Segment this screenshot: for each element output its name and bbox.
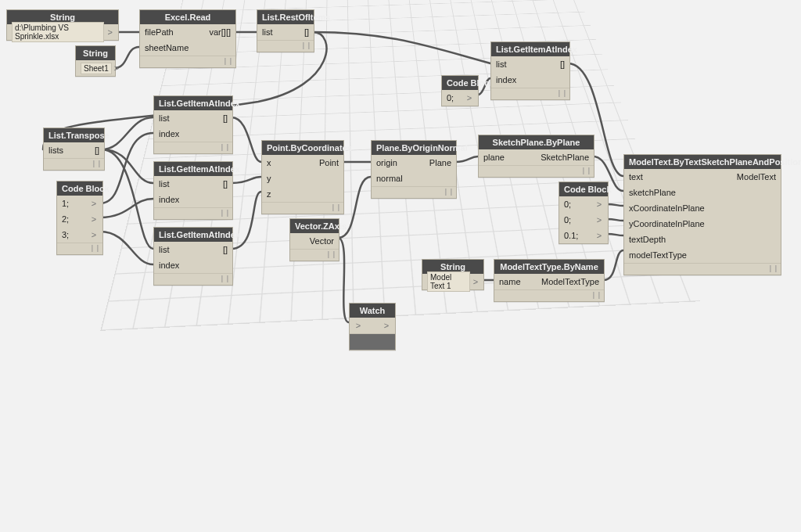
input-port[interactable]: origin	[376, 158, 397, 167]
node-string-sheet[interactable]: String Sheet1 >	[75, 45, 116, 77]
node-rest-of-items[interactable]: List.RestOfItems list[] | |	[257, 9, 314, 52]
code-line[interactable]: 3;	[62, 230, 69, 239]
input-port[interactable]: sketchPlane	[629, 188, 676, 197]
output-port[interactable]: []	[272, 27, 309, 37]
input-port[interactable]: filePath	[145, 27, 174, 37]
lacing-icon: | |	[221, 275, 229, 282]
output-port[interactable]: >	[90, 230, 98, 239]
node-vector-zaxis[interactable]: Vector.ZAxis Vector | |	[289, 218, 339, 261]
graph-canvas[interactable]: String d:\Plumbing VS Sprinkle.xlsx > St…	[0, 0, 801, 532]
code-line[interactable]: 0;	[564, 215, 571, 225]
code-line[interactable]: 0;	[447, 93, 454, 102]
output-port[interactable]: []	[169, 179, 228, 189]
output-port[interactable]: Point	[271, 158, 339, 167]
input-port[interactable]: yCoordinateInPlane	[629, 219, 705, 228]
input-port[interactable]: index	[496, 75, 516, 84]
string-value[interactable]: d:\Plumbing VS Sprinkle.xlsx	[12, 22, 104, 42]
lacing-icon: | |	[92, 244, 99, 252]
node-code-block-0[interactable]: Code Block 0;>	[441, 75, 479, 106]
input-port[interactable]: text	[629, 172, 643, 182]
lacing-icon: | |	[770, 264, 778, 272]
output-port[interactable]: >	[595, 231, 603, 240]
lacing-icon: | |	[221, 209, 229, 217]
node-title: Point.ByCoordinates	[262, 141, 343, 155]
output-port[interactable]: >	[106, 27, 113, 37]
node-title: ModelText.ByTextSketchPlaneAndPosition	[624, 155, 781, 169]
input-port[interactable]: list	[159, 245, 169, 254]
input-port[interactable]: index	[159, 261, 179, 270]
node-watch[interactable]: Watch > >	[349, 303, 396, 350]
node-point-by-coordinates[interactable]: Point.ByCoordinates xPoint y z | |	[261, 140, 344, 214]
node-modeltexttype-byname[interactable]: ModelTextType.ByName nameModelTextType |…	[494, 259, 605, 302]
output-port[interactable]: ModelText	[643, 172, 776, 182]
code-line[interactable]: 1;	[62, 199, 69, 208]
node-title: List.RestOfItems	[257, 10, 314, 24]
input-port[interactable]: textDepth	[629, 235, 666, 244]
output-port[interactable]: Plane	[397, 158, 451, 167]
input-port[interactable]: y	[267, 174, 271, 183]
input-port[interactable]: >	[354, 321, 362, 330]
output-port[interactable]: >	[595, 200, 603, 209]
node-get-item-b[interactable]: List.GetItemAtIndex list[] index | |	[153, 161, 233, 220]
input-port[interactable]: sheetName	[145, 43, 189, 52]
output-port[interactable]: >	[472, 277, 479, 286]
node-code-block-123[interactable]: Code Block 1;> 2;> 3;> | |	[56, 181, 103, 255]
node-modeltext-create[interactable]: ModelText.ByTextSketchPlaneAndPosition t…	[623, 154, 781, 275]
node-get-item-d[interactable]: List.GetItemAtIndex list[] index | |	[490, 41, 570, 100]
input-port[interactable]: index	[159, 195, 179, 204]
input-port[interactable]: xCoordinateInPlane	[629, 203, 705, 213]
node-transpose[interactable]: List.Transpose lists[] | |	[43, 128, 105, 171]
lacing-icon: | |	[93, 160, 101, 167]
lacing-icon: | |	[332, 203, 340, 211]
input-port[interactable]: lists	[48, 146, 63, 155]
code-line[interactable]: 0;	[564, 200, 571, 209]
input-port[interactable]: index	[159, 129, 179, 138]
output-port[interactable]: var[][]	[174, 27, 231, 37]
output-port[interactable]: []	[169, 113, 228, 123]
node-get-item-a[interactable]: List.GetItemAtIndex list[] index | |	[153, 95, 233, 154]
code-line[interactable]: 0.1;	[564, 231, 578, 240]
lacing-icon: | |	[221, 143, 229, 151]
output-port[interactable]: []	[63, 146, 99, 155]
node-get-item-c[interactable]: List.GetItemAtIndex list[] index | |	[153, 227, 233, 286]
node-sketchplane-by-plane[interactable]: SketchPlane.ByPlane planeSketchPlane | |	[478, 135, 594, 178]
input-port[interactable]: normal	[376, 174, 403, 183]
node-code-block-coords[interactable]: Code Block 0;> 0;> 0.1;>	[559, 182, 609, 244]
lacing-icon: | |	[224, 57, 232, 65]
input-port[interactable]: z	[267, 189, 271, 199]
node-title: List.GetItemAtIndex	[491, 42, 569, 56]
string-value[interactable]: Sheet1	[81, 63, 112, 74]
output-port[interactable]: >	[595, 215, 603, 225]
output-port[interactable]: >	[90, 199, 98, 208]
output-port[interactable]: >	[114, 63, 119, 73]
node-title: String	[76, 46, 115, 60]
input-port[interactable]: list	[496, 59, 506, 69]
node-title: List.GetItemAtIndex	[154, 162, 232, 176]
string-value[interactable]: Model Text 1	[427, 271, 470, 292]
node-title: List.GetItemAtIndex	[154, 228, 232, 242]
input-port[interactable]: plane	[483, 153, 505, 162]
output-port[interactable]: []	[169, 245, 228, 254]
input-port[interactable]: list	[159, 113, 169, 123]
node-title: Plane.ByOriginNormal	[372, 141, 456, 155]
input-port[interactable]: list	[262, 27, 272, 37]
input-port[interactable]: list	[159, 179, 169, 189]
output-port[interactable]: >	[90, 214, 98, 224]
node-title: Vector.ZAxis	[290, 219, 339, 233]
lacing-icon: | |	[583, 167, 591, 174]
code-line[interactable]: 2;	[62, 214, 69, 224]
output-port[interactable]: >	[383, 321, 390, 330]
node-string-modeltext[interactable]: String Model Text 1 >	[422, 259, 484, 290]
output-port[interactable]: Vector	[295, 236, 334, 246]
input-port[interactable]: name	[499, 277, 521, 286]
input-port[interactable]: modelTextType	[629, 250, 687, 260]
lacing-icon: | |	[328, 250, 336, 258]
node-plane-by-origin-normal[interactable]: Plane.ByOriginNormal originPlane normal …	[371, 140, 457, 199]
output-port[interactable]: ModelTextType	[521, 277, 599, 286]
output-port[interactable]: >	[465, 93, 473, 102]
output-port[interactable]: SketchPlane	[505, 153, 589, 162]
node-string-filepath[interactable]: String d:\Plumbing VS Sprinkle.xlsx >	[6, 9, 119, 41]
lacing-icon: | |	[445, 188, 453, 196]
node-excel-read[interactable]: Excel.Read filePathvar[][] sheetName | |	[139, 9, 236, 68]
output-port[interactable]: []	[506, 59, 565, 69]
